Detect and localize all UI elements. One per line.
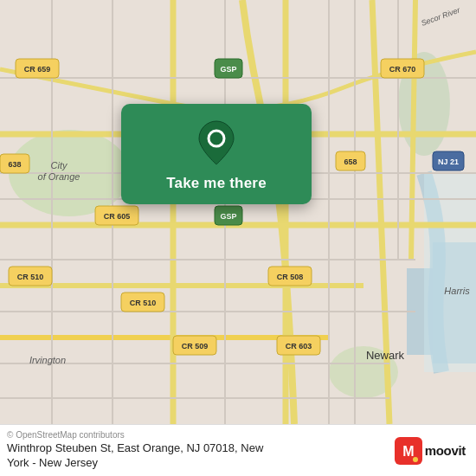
svg-text:GSP: GSP <box>220 65 236 74</box>
take-me-there-label: Take me there <box>166 175 267 192</box>
svg-text:CR 659: CR 659 <box>24 65 51 74</box>
svg-text:658: 658 <box>344 158 357 166</box>
moovit-text: moovit <box>425 443 466 458</box>
svg-text:of Orange: of Orange <box>38 171 80 182</box>
location-text: Winthrop Steuben St, East Orange, NJ 070… <box>7 441 263 471</box>
map-container: CR 659 CR 670 GSP 638 CR 605 GSP 658 NJ … <box>0 0 476 424</box>
osm-credit: © OpenStreetMap contributors <box>7 430 263 440</box>
map-background: CR 659 CR 670 GSP 638 CR 605 GSP 658 NJ … <box>0 0 476 424</box>
take-me-there-button[interactable]: Take me there <box>121 104 312 204</box>
svg-point-63 <box>413 457 418 462</box>
svg-text:CR 603: CR 603 <box>286 342 312 351</box>
location-line1: Winthrop Steuben St, East Orange, NJ 070… <box>7 441 263 454</box>
svg-text:CR 605: CR 605 <box>104 212 131 221</box>
svg-text:M: M <box>402 444 414 459</box>
svg-text:638: 638 <box>8 160 21 169</box>
svg-text:Harris: Harris <box>444 286 470 296</box>
svg-text:CR 510: CR 510 <box>130 299 157 307</box>
svg-text:Newark: Newark <box>366 349 405 362</box>
map-pin-icon <box>197 119 235 166</box>
svg-text:NJ 21: NJ 21 <box>438 158 459 166</box>
svg-text:CR 510: CR 510 <box>17 273 44 281</box>
moovit-icon: M <box>395 437 422 465</box>
bottom-info: © OpenStreetMap contributors Winthrop St… <box>7 430 263 471</box>
moovit-logo: M moovit <box>395 437 466 465</box>
svg-text:City: City <box>51 160 68 170</box>
bottom-bar: © OpenStreetMap contributors Winthrop St… <box>0 424 476 476</box>
svg-text:CR 509: CR 509 <box>182 342 209 351</box>
svg-rect-6 <box>424 173 476 372</box>
svg-text:CR 508: CR 508 <box>277 273 304 281</box>
location-line2: York - New Jersey <box>7 456 98 469</box>
svg-text:CR 670: CR 670 <box>389 65 416 74</box>
svg-text:Irvington: Irvington <box>29 355 66 365</box>
svg-text:GSP: GSP <box>220 212 236 221</box>
